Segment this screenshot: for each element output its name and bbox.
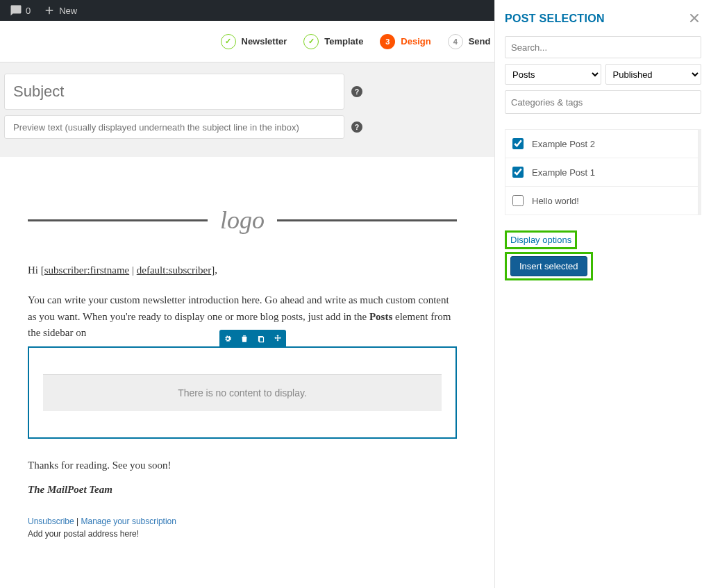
step-send[interactable]: 4 Send [448,34,491,49]
help-icon[interactable]: ? [351,86,362,97]
move-icon [273,334,283,344]
comment-count: 0 [26,6,31,16]
duplicate-button[interactable] [253,330,269,348]
post-item[interactable]: Hello world! [505,187,699,215]
comments-link[interactable]: 0 [6,0,35,21]
unsubscribe-link[interactable]: Unsubscribe [28,516,74,526]
manage-subscription-link[interactable]: Manage your subscription [81,516,176,526]
posts-block[interactable]: There is no content to display. [28,346,457,439]
logo-block[interactable]: logo [28,205,457,235]
team-signature: The MailPoet Team [28,484,457,496]
divider-line [277,219,457,221]
subject-input[interactable] [4,74,344,110]
categories-tags-input[interactable] [505,90,701,114]
post-item[interactable]: Example Post 2 [505,129,699,158]
trash-icon [240,334,249,344]
duplicate-icon [256,334,266,344]
postal-address: Add your postal address here! [28,529,457,539]
step-template[interactable]: ✓ Template [303,34,363,49]
step-design[interactable]: 3 Design [380,34,430,49]
footer-links: Unsubscribe | Manage your subscription [28,516,457,526]
move-button[interactable] [269,330,286,348]
step-label: Template [324,36,363,47]
post-status-select[interactable]: Published [605,64,702,85]
close-button[interactable] [687,11,701,27]
post-list: Example Post 2 Example Post 1 Hello worl… [505,129,701,215]
post-checkbox[interactable] [512,167,524,178]
display-options-link[interactable]: Display options [510,235,571,245]
new-label: New [59,6,77,16]
post-checkbox[interactable] [512,195,524,206]
step-number: 4 [448,34,463,49]
post-item[interactable]: Example Post 1 [505,158,699,187]
preview-text-input[interactable] [4,115,344,139]
shortcode: default:subscriber [137,264,211,276]
settings-button[interactable] [219,330,236,348]
step-newsletter[interactable]: ✓ Newsletter [221,34,287,49]
divider-line [28,219,208,221]
post-title: Example Post 1 [532,167,595,178]
comment-icon [10,4,22,17]
post-type-select[interactable]: Posts [505,64,601,85]
shortcode: subscriber:firstname [44,264,129,276]
post-title: Hello world! [532,196,579,206]
step-label: Newsletter [242,36,287,47]
close-icon [687,11,701,25]
highlight-insert: Insert selected [505,252,593,280]
help-icon[interactable]: ? [351,121,362,133]
posts-block-inner: There is no content to display. [28,346,457,439]
block-toolbar [219,330,286,348]
step-label: Send [469,36,491,47]
panel-actions: Display options Insert selected [505,230,701,280]
search-input[interactable] [505,36,701,58]
gear-icon [223,334,233,344]
insert-selected-button[interactable]: Insert selected [510,256,587,276]
greeting-line: Hi [subscriber:firstname | default:subsc… [28,262,457,278]
check-icon: ✓ [303,34,319,49]
signoff-text: Thanks for reading. See you soon! [28,460,457,471]
logo-text: logo [220,205,265,235]
new-link[interactable]: New [39,0,81,21]
post-selection-panel: POST SELECTION Posts Published Example P… [494,0,711,588]
delete-button[interactable] [236,330,253,348]
editor-canvas: logo Hi [subscriber:firstname | default:… [0,157,485,553]
plus-icon [43,4,56,17]
no-content-message: There is no content to display. [43,374,442,411]
post-title: Example Post 2 [532,139,595,149]
highlight-display-options: Display options [505,230,577,249]
check-icon: ✓ [221,34,236,49]
panel-title: POST SELECTION [505,12,701,25]
step-label: Design [401,36,430,47]
step-number: 3 [380,34,395,49]
post-checkbox[interactable] [512,138,524,149]
